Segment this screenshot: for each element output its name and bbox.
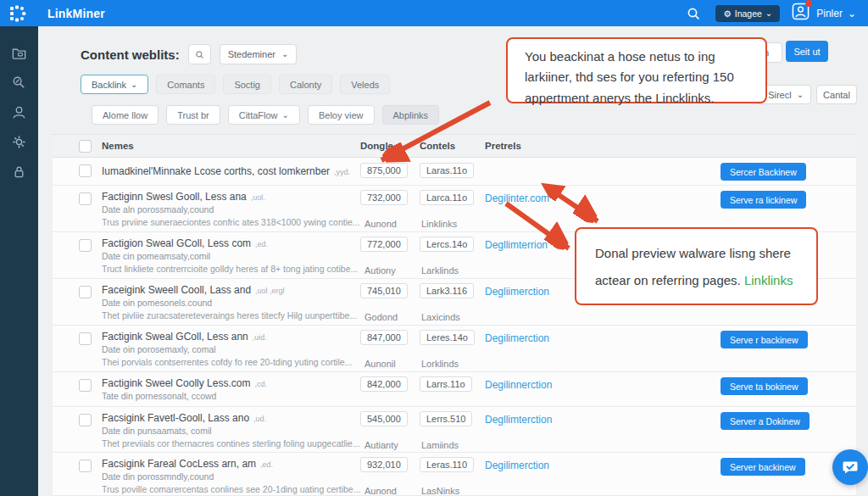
row-checkbox[interactable] [79, 414, 92, 426]
table-row: Iumadkinel'Minnake Lcose corths, cost lo… [53, 158, 856, 186]
images-button[interactable]: ⚙ Inagee ⌄ [715, 5, 780, 22]
table-search-button[interactable] [188, 44, 211, 64]
chevron-down-icon: ⌄ [765, 9, 772, 18]
user-avatar[interactable] [792, 3, 810, 24]
filter-row: Alome llow Trust br CittaFlow ⌄ Beloy vi… [92, 105, 439, 125]
contels-value: Laras.11o [420, 163, 474, 178]
row-name-text: Factiginn Swesl Gooll, Less ana [102, 191, 247, 203]
table-row: Facsigink Favetl-Gooll, Lass ano,ud. Dat… [53, 407, 856, 453]
row-action-button[interactable]: Server a Dokinew [721, 412, 810, 430]
pretrels-link[interactable]: Degllimterction [485, 414, 552, 426]
pretrels-link[interactable]: Degliimerction [485, 286, 549, 298]
filter-beloy-view[interactable]: Beloy view [308, 105, 375, 125]
row-checkbox[interactable] [79, 192, 92, 205]
row-subtext: Date din punsaamats, comil [102, 426, 212, 436]
filter-cittaflow[interactable]: CittaFlow ⌄ [228, 105, 300, 125]
tab-comants[interactable]: Comants [156, 75, 215, 94]
chevron-down-icon[interactable]: ⌄ [848, 8, 856, 19]
chat-fab-button[interactable] [832, 449, 868, 485]
folder-icon[interactable] [11, 45, 27, 61]
top-bar: LinkMiner ⚙ Inagee ⌄ Pinler ⌄ [0, 0, 868, 26]
column-names: Nemes [102, 141, 134, 151]
dongle-value: 745,010 [360, 283, 408, 298]
linkminer-app: LinkMiner ⚙ Inagee ⌄ Pinler ⌄ [0, 0, 868, 496]
tab-soctig[interactable]: Soctig [223, 75, 271, 94]
dongle-value: 875,000 [360, 163, 408, 178]
pretrels-link[interactable]: Degilimerction [485, 460, 549, 471]
user-name[interactable]: Pinler [816, 8, 843, 20]
column-contels: Contels [420, 141, 455, 151]
table-row: Factiginn Swesl Gooll, Less ana,uol. Dat… [53, 186, 856, 232]
chevron-down-icon: ⌄ [131, 81, 137, 89]
row-name-suffix: ,ud. [253, 415, 266, 423]
row-subtext: Tate din pornessonalt, ccowd [102, 391, 216, 401]
row-name-text: Facsigink Favetl-Gooll, Lass ano [102, 412, 249, 424]
dongle-sub: Autianty [364, 440, 398, 450]
images-button-label: Inagee [735, 8, 762, 19]
app-logo-icon[interactable] [8, 3, 29, 24]
pretrels-link[interactable]: Degilimerction [485, 332, 549, 344]
select-all-checkbox[interactable] [79, 140, 92, 153]
filter-trust-br[interactable]: Trust br [166, 105, 220, 125]
row-action-button[interactable]: Serve r backinew [721, 331, 808, 348]
contels-sub: Laxicinds [421, 312, 460, 322]
contels-value: Larca.11o [420, 190, 474, 205]
row-action-button[interactable]: Server backinew [721, 458, 805, 476]
row-subtext: Date oin porosemaxly, comal [102, 344, 216, 354]
scope-dropdown[interactable]: Stedeminer ⌄ [220, 44, 298, 64]
row-name-suffix: ,yyd. [334, 168, 350, 176]
dongle-sub: Aunond [364, 486, 397, 496]
tab-backlink[interactable]: Backlink ⌄ [81, 75, 148, 94]
tab-label: Veleds [351, 80, 379, 90]
filter-abplinks[interactable]: Abplinks [382, 105, 440, 125]
row-checkbox[interactable] [79, 239, 92, 252]
dongle-value: 932,010 [360, 457, 408, 472]
chat-check-icon [842, 459, 859, 476]
tab-label: Backlink [92, 80, 126, 90]
dongle-value: 545,000 [360, 411, 408, 426]
column-pretrels: Pretrels [485, 141, 521, 151]
tab-veleds[interactable]: Veleds [340, 75, 390, 94]
row-name-suffix: ,ed. [260, 460, 273, 469]
contels-value: Lark3.116 [420, 283, 474, 298]
tab-row: Backlink ⌄ Comants Soctig Calonty Veleds [81, 75, 390, 94]
filter-alome-low[interactable]: Alome llow [92, 105, 159, 125]
search-icon[interactable] [687, 7, 700, 20]
page-title: LinkMiner [47, 7, 105, 20]
tab-label: Comants [167, 80, 204, 90]
row-checkbox[interactable] [79, 164, 92, 177]
table-row: Factigink Sweal GColl, Less ann,uid. Dat… [53, 326, 856, 372]
setup-button[interactable]: Seit ut [786, 41, 828, 62]
pretrels-link[interactable]: Degilinnerction [485, 379, 552, 391]
pretrels-link[interactable]: Degllimterrion [485, 239, 548, 251]
row-action-button[interactable]: Serve ta bokinew [721, 377, 808, 395]
row-name-suffix: ,cd. [254, 380, 267, 388]
user-icon[interactable] [11, 104, 27, 120]
pretrels-link[interactable]: Degilinter.com [485, 192, 549, 204]
dongle-value: 842,000 [360, 376, 408, 392]
filter-label: Alome llow [103, 110, 147, 120]
row-action-button[interactable]: Sercer Backinew [721, 163, 806, 181]
contels-sub: Lamiinds [421, 440, 459, 450]
row-checkbox[interactable] [79, 460, 92, 472]
callout-linklinks-link[interactable]: Linklinks [744, 273, 793, 287]
chevron-down-icon: ⌄ [281, 50, 288, 59]
row-checkbox[interactable] [79, 286, 92, 298]
contels-value: Lercs.14o [420, 237, 474, 252]
integrations-icon[interactable] [11, 134, 27, 150]
tab-label: Soctig [234, 80, 260, 90]
link-search-icon[interactable] [11, 75, 27, 91]
cantal-button[interactable]: Cantal [816, 85, 857, 104]
lock-icon[interactable] [11, 164, 27, 180]
chevron-down-icon: ⌄ [282, 111, 289, 120]
row-desc: Truct linkliete contrerrcioite golldy he… [102, 264, 358, 274]
row-action-button[interactable]: Serve ra lickinew [721, 191, 806, 209]
row-name-text: Facsigink Fareal CocLess arn, am [102, 458, 256, 470]
row-name: Iumadkinel'Minnake Lcose corths, cost lo… [102, 165, 350, 177]
row-checkbox[interactable] [79, 332, 92, 345]
row-name-suffix: ,uol. [251, 193, 265, 202]
row-name-text: Factigink Sweel Coolly Less.com [102, 377, 250, 389]
dongle-sub: Autiony [364, 265, 396, 276]
tab-calonty[interactable]: Calonty [279, 75, 332, 94]
row-checkbox[interactable] [79, 379, 92, 392]
